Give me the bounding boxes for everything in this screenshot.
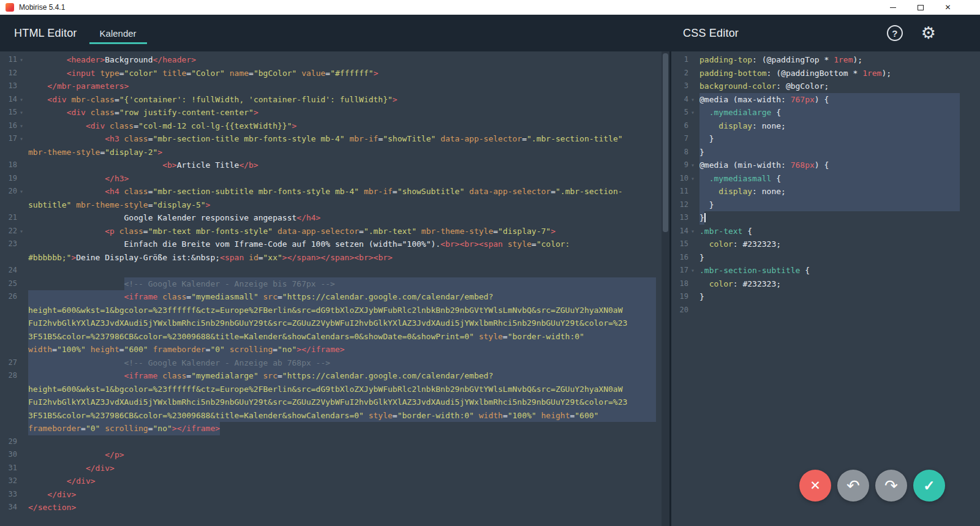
fold-arrow-icon[interactable]: ▾ [688, 225, 697, 238]
line-number: 9 [673, 159, 688, 172]
code-line-text: <!-- Google Kalender - Anzeige ab 768px … [28, 356, 669, 370]
line-number: 19 [673, 290, 688, 304]
line-gutter: 4▾ [671, 93, 697, 107]
help-button[interactable]: ? [887, 25, 903, 41]
code-token: { [800, 264, 810, 277]
code-token: > [206, 198, 211, 212]
fold-arrow-icon[interactable]: ▾ [17, 53, 26, 67]
line-gutter [0, 330, 26, 344]
code-token [28, 93, 47, 107]
code-row: 17▾.mbr-section-subtitle { [671, 264, 980, 277]
selection-fill [598, 409, 656, 423]
fold-arrow-icon[interactable]: ▾ [17, 225, 26, 238]
code-token: } [699, 290, 704, 304]
line-gutter: 9▾ [671, 159, 697, 172]
settings-button[interactable]: ⚙ [921, 25, 936, 42]
code-token [28, 67, 67, 80]
line-number: 28 [1, 369, 17, 383]
fold-arrow-icon[interactable]: ▾ [17, 119, 26, 133]
confirm-button[interactable]: ✓ [913, 470, 945, 502]
code-token: <div [47, 93, 71, 107]
fold-arrow-icon[interactable]: ▾ [688, 264, 697, 277]
selection-fill [584, 330, 656, 344]
line-number: 8 [673, 146, 688, 159]
line-gutter: 13 [0, 80, 26, 93]
code-token: value [301, 67, 325, 80]
code-token: = [134, 119, 138, 133]
code-token: <h4 [105, 185, 124, 198]
code-row: 12 <input type="color" title="Color" nam… [0, 67, 669, 80]
code-token: height=600&wkst=1&bgcolor=%23ffffff&ctz=… [28, 383, 623, 396]
selection-fill [623, 383, 656, 396]
code-token: "no" [153, 422, 172, 435]
line-gutter: 20▾ [0, 185, 26, 198]
redo-button[interactable]: ↷ [875, 470, 907, 502]
code-line-text: <div mbr-class="{'container': !fullWidth… [28, 93, 669, 107]
selection-fill [335, 277, 656, 291]
line-number: 10 [673, 172, 688, 186]
code-token: > [292, 119, 296, 133]
code-token: FuI2hvbGlkYXlAZ3JvdXAudi5jYWxlbmRhci5nb2… [28, 317, 627, 330]
code-token: </div> [47, 488, 76, 502]
fold-arrow-icon[interactable]: ▾ [17, 132, 26, 146]
code-token: Einfach die Breite vom Iframe-Code auf 1… [124, 238, 441, 251]
code-token [28, 172, 105, 186]
window-controls: ✕ [879, 0, 980, 15]
code-token: Deine Display-Größe ist:&nbsp; [76, 251, 220, 265]
fold-arrow-icon[interactable]: ▾ [17, 106, 26, 119]
code-token: .mbr-text [699, 225, 742, 238]
scrollbar-thumb[interactable] [663, 53, 668, 232]
code-token [699, 238, 709, 251]
line-gutter [0, 146, 26, 159]
code-token: "color" [124, 67, 158, 80]
code-line-text: } [699, 198, 980, 212]
code-token: : #232323; [733, 277, 781, 291]
selection-fill [345, 343, 656, 356]
fold-arrow-icon[interactable]: ▾ [688, 106, 697, 119]
code-token: "border-width:0" [398, 409, 474, 423]
code-token: "0" [86, 422, 100, 435]
cancel-button[interactable]: ✕ [799, 470, 831, 502]
code-row: FuI2hvbGlkYXlAZ3JvdXAudi5jYWxlbmRhci5nb2… [0, 396, 669, 409]
line-number: 15 [1, 106, 17, 119]
line-gutter: 12 [671, 198, 697, 212]
code-token: = [100, 146, 105, 159]
line-number: 31 [1, 462, 17, 475]
fold-arrow-icon[interactable]: ▾ [688, 159, 697, 172]
code-row: 15 color: #232323; [671, 238, 980, 251]
close-button[interactable]: ✕ [934, 0, 962, 15]
code-token: <input [67, 67, 100, 80]
code-token: scrolling [230, 343, 273, 356]
fold-arrow-icon[interactable]: ▾ [17, 93, 26, 107]
code-token: ); [881, 67, 891, 80]
code-line-text: 3F51B5&color=%237986CB&color=%23009688&t… [28, 409, 669, 423]
fold-arrow-icon[interactable]: ▾ [688, 93, 697, 107]
code-row: 22▾ <p class="mbr-text mbr-fonts-style" … [0, 225, 669, 238]
css-code-editor[interactable]: 1padding-top: (@paddingTop * 1rem);2padd… [671, 51, 980, 526]
code-token: : #232323; [733, 238, 781, 251]
line-number: 11 [1, 53, 17, 67]
fold-arrow-icon[interactable]: ▾ [17, 185, 26, 198]
code-token [258, 369, 263, 383]
code-token [464, 185, 469, 198]
code-line-text: padding-bottom: (@paddingBottom * 1rem); [699, 67, 980, 80]
tab-kalender[interactable]: Kalender [89, 15, 147, 51]
code-line-text: <input type="color" title="Color" name="… [28, 67, 669, 80]
code-token [699, 172, 709, 186]
minimize-button[interactable] [879, 0, 907, 15]
html-editor-scrollbar[interactable] [662, 51, 669, 526]
line-gutter: 30 [0, 448, 26, 462]
fold-arrow-icon[interactable]: ▾ [688, 172, 697, 186]
code-token: = [148, 132, 153, 146]
code-line-text: </h3> [28, 172, 669, 186]
code-token [28, 462, 86, 475]
code-token: mbr-theme-style [28, 146, 100, 159]
line-gutter: 15 [671, 238, 697, 251]
line-number: 21 [1, 211, 17, 225]
code-row: 9▾@media (min-width: 768px) { [671, 159, 980, 172]
code-line-text: .mbr-section-subtitle { [699, 264, 980, 277]
undo-button[interactable]: ↶ [837, 470, 869, 502]
html-code-editor[interactable]: 11▾ <header>Background</header>12 <input… [0, 51, 669, 526]
line-gutter [0, 304, 26, 317]
maximize-button[interactable] [907, 0, 934, 15]
